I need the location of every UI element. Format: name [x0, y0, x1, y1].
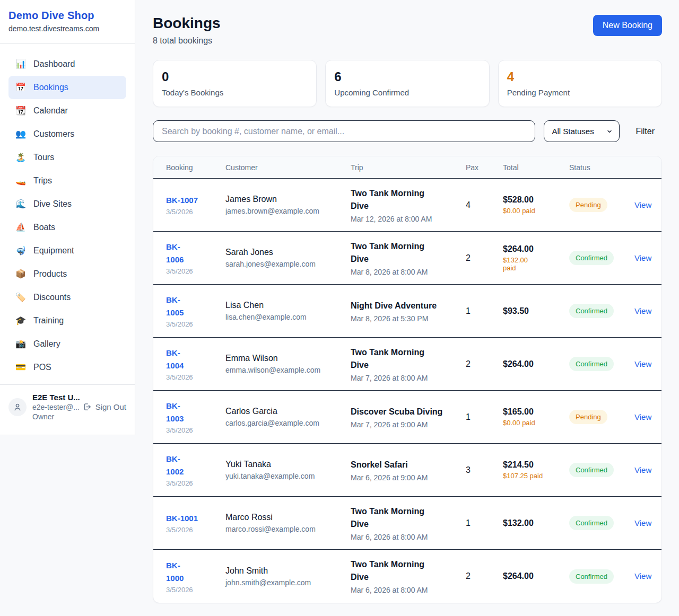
col-customer: Customer — [225, 163, 351, 172]
graduation-cap-icon: 🎓 — [15, 316, 27, 325]
paid-amount: $132.00 paid — [503, 256, 535, 272]
trip-cell: Snorkel Safari Mar 6, 2026 at 9:00 AM — [351, 459, 466, 482]
customer-cell: James Brown james.brown@example.com — [225, 195, 351, 215]
booking-link[interactable]: BK-1005 — [166, 294, 191, 319]
customer-cell: Sarah Jones sarah.jones@example.com — [225, 248, 351, 268]
view-link[interactable]: View — [634, 412, 651, 421]
actions-cell: View — [634, 306, 651, 316]
sign-out-button[interactable]: Sign Out — [83, 402, 126, 411]
sidebar-item-training[interactable]: 🎓 Training — [8, 309, 126, 332]
customer-name: Lisa Chen — [225, 301, 351, 310]
sign-out-icon — [83, 402, 92, 411]
stat-value: 0 — [162, 69, 308, 84]
stat-card: 6 Upcoming Confirmed — [325, 60, 489, 107]
brand: Demo Dive Shop demo.test.divestreams.com — [0, 0, 135, 44]
sidebar-item-boats[interactable]: ⛵ Boats — [8, 216, 126, 239]
label-tag-icon: 🏷️ — [15, 293, 27, 302]
status-cell: Pending — [569, 410, 634, 424]
table-row: BK-1007 3/5/2026 James Brown james.brown… — [153, 179, 661, 232]
booking-link[interactable]: BK-1007 — [166, 196, 198, 205]
view-link[interactable]: View — [634, 253, 651, 262]
sidebar-item-label: Products — [33, 269, 67, 279]
total-amount: $264.00 — [503, 359, 569, 369]
main-content: Bookings 8 total bookings New Booking 0 … — [135, 0, 679, 616]
customer-email: lisa.chen@example.com — [225, 313, 351, 321]
view-link[interactable]: View — [634, 518, 651, 527]
view-link[interactable]: View — [634, 465, 651, 474]
booking-date: 3/5/2026 — [166, 586, 225, 594]
trip-name: Snorkel Safari — [351, 459, 443, 471]
sidebar-item-label: Bookings — [33, 83, 68, 92]
booking-date: 3/5/2026 — [166, 208, 225, 216]
paid-amount: $0.00 paid — [503, 207, 569, 215]
filter-button[interactable]: Filter — [628, 127, 662, 136]
trip-datetime: Mar 12, 2026 at 8:00 AM — [351, 215, 466, 223]
bookings-table: Booking Customer Trip Pax Total Status B… — [153, 156, 662, 603]
sidebar-item-discounts[interactable]: 🏷️ Discounts — [8, 286, 126, 309]
customer-email: marco.rossi@example.com — [225, 525, 351, 533]
status-cell: Confirmed — [569, 357, 634, 371]
booking-link[interactable]: BK-1004 — [166, 347, 191, 372]
stat-value: 6 — [334, 69, 480, 84]
sidebar-item-label: Dashboard — [33, 59, 75, 69]
pax-cell: 2 — [466, 253, 503, 263]
sidebar-item-pos[interactable]: 💳 POS — [8, 356, 126, 379]
trip-cell: Two Tank Morning Dive Mar 12, 2026 at 8:… — [351, 187, 466, 223]
sidebar: Demo Dive Shop demo.test.divestreams.com… — [0, 0, 135, 435]
sidebar-item-calendar[interactable]: 📆 Calendar — [8, 99, 126, 122]
view-link[interactable]: View — [634, 306, 651, 315]
customer-name: Emma Wilson — [225, 354, 351, 363]
booking-link[interactable]: BK-1000 — [166, 559, 191, 585]
sign-out-label: Sign Out — [95, 402, 126, 411]
sidebar-item-label: Dive Sites — [33, 199, 72, 209]
booking-link[interactable]: BK-1001 — [166, 514, 198, 523]
status-select[interactable]: All Statuses — [544, 120, 620, 142]
booking-cell: BK-1000 3/5/2026 — [166, 559, 225, 594]
col-pax: Pax — [466, 163, 503, 172]
search-input[interactable] — [153, 120, 535, 142]
status-cell: Confirmed — [569, 463, 634, 477]
trip-cell: Two Tank Morning Dive Mar 6, 2026 at 8:0… — [351, 558, 466, 594]
trip-name: Two Tank Morning Dive — [351, 346, 443, 372]
view-link[interactable]: View — [634, 200, 651, 209]
booking-date: 3/5/2026 — [166, 479, 225, 487]
booking-link[interactable]: BK-1003 — [166, 400, 191, 425]
status-badge: Confirmed — [569, 463, 614, 477]
package-icon: 📦 — [15, 270, 27, 278]
view-link[interactable]: View — [634, 359, 651, 368]
trip-datetime: Mar 8, 2026 at 5:30 PM — [351, 314, 466, 323]
status-select-value: All Statuses — [552, 127, 594, 136]
desert-island-icon: 🏝️ — [15, 153, 27, 162]
sidebar-item-label: Gallery — [33, 339, 60, 349]
sidebar-item-tours[interactable]: 🏝️ Tours — [8, 146, 126, 169]
sidebar-item-label: Training — [33, 316, 64, 325]
sidebar-item-bookings[interactable]: 📅 Bookings — [8, 76, 126, 99]
booking-link[interactable]: BK-1006 — [166, 241, 191, 266]
booking-cell: BK-1007 3/5/2026 — [166, 194, 225, 216]
sidebar-item-dashboard[interactable]: 📊 Dashboard — [8, 52, 126, 76]
sidebar-item-customers[interactable]: 👥 Customers — [8, 122, 126, 146]
customer-cell: Emma Wilson emma.wilson@example.com — [225, 354, 351, 374]
status-cell: Confirmed — [569, 516, 634, 530]
actions-cell: View — [634, 412, 651, 422]
sidebar-item-gallery[interactable]: 📸 Gallery — [8, 332, 126, 356]
view-link[interactable]: View — [634, 571, 651, 580]
sidebar-item-dive-sites[interactable]: 🌊 Dive Sites — [8, 192, 126, 216]
paid-amount: $107.25 paid — [503, 472, 569, 480]
col-total: Total — [503, 163, 569, 172]
total-cell: $264.00 — [503, 571, 569, 581]
booking-link[interactable]: BK-1002 — [166, 453, 191, 478]
sidebar-item-products[interactable]: 📦 Products — [8, 262, 126, 286]
sidebar-item-equipment[interactable]: 🤿 Equipment — [8, 239, 126, 262]
brand-name[interactable]: Demo Dive Shop — [8, 10, 126, 22]
trip-cell: Night Dive Adventure Mar 8, 2026 at 5:30… — [351, 300, 466, 323]
booking-date: 3/5/2026 — [166, 320, 225, 328]
customer-cell: John Smith john.smith@example.com — [225, 566, 351, 587]
customer-cell: Lisa Chen lisa.chen@example.com — [225, 301, 351, 321]
sidebar-item-label: Calendar — [33, 106, 68, 116]
sidebar-item-trips[interactable]: 🚤 Trips — [8, 169, 126, 192]
user-role: Owner — [32, 412, 77, 421]
total-amount: $528.00 — [503, 195, 569, 205]
new-booking-button[interactable]: New Booking — [593, 15, 662, 36]
customer-email: yuki.tanaka@example.com — [225, 472, 351, 480]
